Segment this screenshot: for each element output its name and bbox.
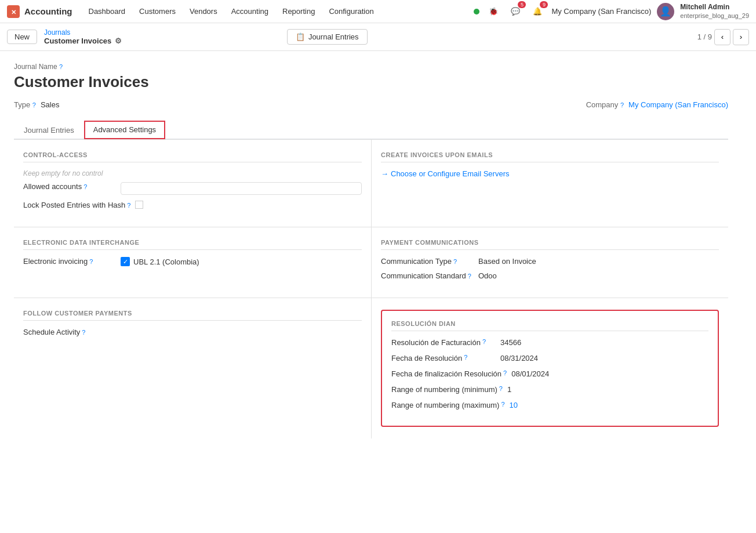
action-bar: New Journals Customer Invoices ⚙ 📋 Journ… (0, 23, 756, 51)
control-access-title: CONTROL-ACCESS (23, 151, 362, 162)
payment-comm-title: PAYMENT COMMUNICATIONS (381, 239, 719, 250)
create-invoices-title: CREATE INVOICES UPON EMAILS (381, 151, 719, 162)
status-indicator (474, 9, 479, 14)
dian-value-1: 08/31/2024 (500, 354, 538, 362)
schedule-activity-help[interactable]: ? (82, 329, 85, 336)
type-label: Type ? (14, 100, 36, 109)
electronic-invoicing-label: Electronic invoicing ? (23, 257, 116, 266)
journal-entries-icon: 📋 (296, 32, 305, 41)
dian-label-1: Fecha de Resolución ? (391, 354, 496, 362)
type-help[interactable]: ? (32, 101, 36, 108)
nav-dashboard[interactable]: Dashboard (82, 0, 133, 23)
ubl-checkbox[interactable] (121, 257, 130, 266)
section-control-access: CONTROL-ACCESS Keep empty for no control… (14, 140, 371, 227)
allowed-accounts-row: Allowed accounts ? (23, 182, 362, 195)
section-dian: RESOLUCIÓN DIAN Resolución de Facturació… (371, 298, 728, 438)
type-field: Type ? Sales (14, 100, 59, 109)
journal-name-help[interactable]: ? (59, 63, 63, 70)
next-page-button[interactable]: › (733, 29, 749, 45)
lock-entries-checkbox[interactable] (135, 201, 143, 209)
dian-help-0[interactable]: ? (482, 338, 486, 345)
tab-advanced-settings[interactable]: Advanced Settings (84, 121, 165, 139)
electronic-title: ELECTRONIC DATA INTERCHANGE (23, 239, 362, 250)
comm-standard-row: Communication Standard ? Odoo (381, 271, 719, 280)
allowed-accounts-help[interactable]: ? (83, 183, 87, 190)
user-avatar[interactable]: 👤 (657, 3, 674, 20)
company-field: Company ? My Company (San Francisco) (586, 100, 728, 109)
lock-entries-help[interactable]: ? (127, 202, 130, 209)
dian-value-3: 1 (507, 385, 511, 394)
tabs: Journal Entries Advanced Settings (14, 121, 728, 139)
dian-label-0: Resolución de Facturación ? (391, 338, 496, 347)
tab-journal-entries[interactable]: Journal Entries (14, 121, 84, 139)
main-content: Journal Name ? Customer Invoices Type ? … (0, 51, 742, 450)
nav-reporting[interactable]: Reporting (275, 0, 322, 23)
dian-field-3: Range of numbering (minimum) ? 1 (391, 385, 708, 394)
new-button[interactable]: New (7, 30, 37, 44)
comm-standard-label: Communication Standard ? (381, 271, 474, 280)
company-name: My Company (San Francisco) (551, 7, 651, 16)
schedule-activity-label: Schedule Activity ? (23, 328, 116, 336)
breadcrumb: Journals Customer Invoices ⚙ (44, 28, 122, 45)
dian-label-2: Fecha de finalización Resolución ? (391, 369, 507, 378)
allowed-accounts-value[interactable] (121, 182, 362, 195)
dian-help-3[interactable]: ? (499, 385, 503, 392)
bug-icon-button[interactable]: 🐞 (485, 3, 501, 20)
section-electronic: ELECTRONIC DATA INTERCHANGE Electronic i… (14, 227, 371, 298)
comm-standard-value: Odoo (478, 271, 497, 280)
company-label: Company ? (586, 100, 624, 109)
journal-title: Customer Invoices (14, 73, 728, 91)
nav-vendors[interactable]: Vendors (183, 0, 224, 23)
dian-value-2: 08/01/2024 (511, 369, 549, 378)
alerts-badge: 9 (540, 1, 548, 8)
alerts-icon-button[interactable]: 🔔 9 (529, 3, 546, 20)
user-name: Mitchell Admin (680, 3, 749, 12)
comm-type-label: Communication Type ? (381, 257, 474, 266)
journal-name-field: Journal Name ? Customer Invoices (14, 63, 728, 91)
breadcrumb-parent[interactable]: Journals (44, 28, 122, 37)
comm-standard-help[interactable]: ? (468, 273, 471, 280)
nav-accounting[interactable]: Accounting (224, 0, 275, 23)
journal-entries-button[interactable]: 📋 Journal Entries (287, 29, 368, 45)
dian-help-1[interactable]: ? (464, 354, 467, 361)
pagination-info: 1 / 9 (697, 32, 712, 41)
company-value[interactable]: My Company (San Francisco) (628, 100, 728, 109)
ubl-area: UBL 2.1 (Colombia) (121, 257, 199, 266)
electronic-invoicing-row: Electronic invoicing ? UBL 2.1 (Colombia… (23, 257, 362, 266)
pagination: 1 / 9 ‹ › (697, 29, 749, 45)
dian-box: RESOLUCIÓN DIAN Resolución de Facturació… (381, 310, 719, 427)
user-username: enterprise_blog_aug_29 (680, 12, 749, 20)
messages-icon-button[interactable]: 💬 5 (507, 3, 524, 20)
dian-help-4[interactable]: ? (501, 401, 504, 408)
dian-field-0: Resolución de Facturación ? 34566 (391, 338, 708, 347)
comm-type-help[interactable]: ? (453, 258, 457, 265)
dian-title: RESOLUCIÓN DIAN (391, 320, 708, 331)
meta-row: Type ? Sales Company ? My Company (San F… (14, 100, 728, 109)
dian-label-3: Range of numbering (minimum) ? (391, 385, 503, 394)
dian-value-0: 34566 (500, 338, 521, 347)
arrow-icon: → (381, 169, 388, 178)
nav-customers[interactable]: Customers (132, 0, 183, 23)
follow-payments-title: FOLLOW CUSTOMER PAYMENTS (23, 310, 362, 321)
email-servers-link[interactable]: → Choose or Configure Email Servers (381, 169, 719, 178)
messages-badge: 5 (518, 1, 526, 8)
breadcrumb-current: Customer Invoices (44, 37, 111, 45)
control-access-hint: Keep empty for no control (23, 169, 362, 177)
nav-configuration[interactable]: Configuration (322, 0, 380, 23)
ubl-label: UBL 2.1 (Colombia) (133, 258, 199, 266)
dian-field-2: Fecha de finalización Resolución ? 08/01… (391, 369, 708, 378)
journal-name-label: Journal Name ? (14, 63, 728, 71)
section-follow-payments: FOLLOW CUSTOMER PAYMENTS Schedule Activi… (14, 298, 371, 438)
company-help[interactable]: ? (620, 101, 624, 108)
dian-help-2[interactable]: ? (503, 369, 507, 376)
nav-links: Dashboard Customers Vendors Accounting R… (82, 0, 381, 23)
dian-value-4[interactable]: 10 (510, 401, 518, 409)
settings-gear-icon[interactable]: ⚙ (115, 37, 122, 45)
schedule-activity-row: Schedule Activity ? (23, 328, 362, 336)
type-value: Sales (41, 100, 60, 109)
prev-page-button[interactable]: ‹ (714, 29, 730, 45)
app-logo[interactable]: ✕ (7, 5, 20, 18)
electronic-invoicing-help[interactable]: ? (89, 258, 93, 265)
journal-entries-label: Journal Entries (308, 32, 359, 41)
section-payment-communications: PAYMENT COMMUNICATIONS Communication Typ… (371, 227, 728, 298)
